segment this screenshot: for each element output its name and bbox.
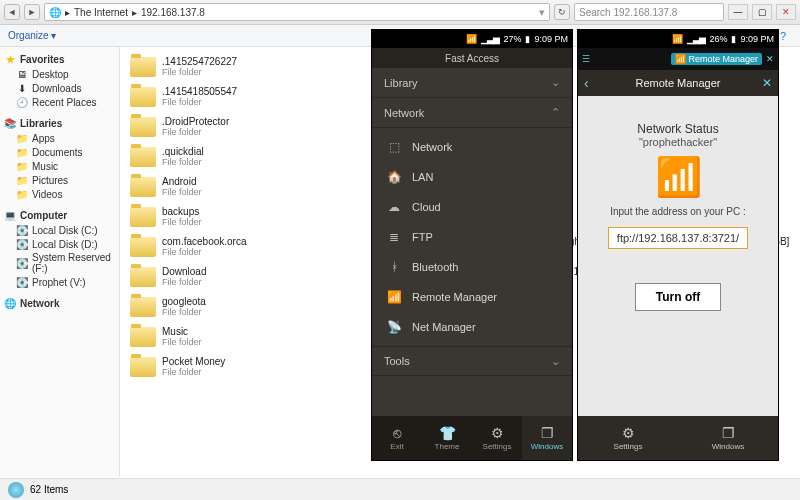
download-icon: ⬇ <box>16 82 28 94</box>
close-icon[interactable]: ✕ <box>762 76 772 90</box>
hamburger-icon[interactable]: ☰ <box>582 54 590 64</box>
sidebar-group-network[interactable]: 🌐Network <box>0 295 119 311</box>
sidebar-item-videos[interactable]: 📁Videos <box>0 187 119 201</box>
android-status-bar: 📶 ▁▃▅ 26% ▮ 9:09 PM <box>578 30 778 48</box>
network-ssid: "prophethacker" <box>637 136 718 148</box>
section-network[interactable]: Network⌃ <box>372 98 572 128</box>
file-type: File folder <box>162 128 229 137</box>
tab-remote-manager[interactable]: 📶 Remote Manager <box>671 53 762 65</box>
window-close-button[interactable]: ✕ <box>776 4 796 20</box>
folder-icon <box>130 297 156 317</box>
file-name: backups <box>162 207 202 218</box>
network-item[interactable]: ☁Cloud <box>372 192 572 222</box>
nav-exit[interactable]: ⎋Exit <box>372 416 422 460</box>
sidebar-item-recent[interactable]: 🕘Recent Places <box>0 95 119 109</box>
android-status-bar: 📶 ▁▃▅ 27% ▮ 9:09 PM <box>372 30 572 48</box>
sidebar-item-apps[interactable]: 📁Apps <box>0 131 119 145</box>
refresh-button[interactable]: ↻ <box>554 4 570 20</box>
nav-windows[interactable]: ❐Windows <box>522 416 572 460</box>
file-type: File folder <box>162 188 202 197</box>
network-item[interactable]: 📶Remote Manager <box>372 282 572 312</box>
ftp-address-box[interactable]: ftp://192.168.137.8:3721/ <box>608 227 748 249</box>
address-bar[interactable]: 🌐 ▸ The Internet ▸ 192.168.137.8 ▾ <box>44 3 550 21</box>
battery-percent: 27% <box>503 34 521 44</box>
drive-globe-icon <box>8 482 24 498</box>
sidebar-item-music[interactable]: 📁Music <box>0 159 119 173</box>
windows-icon: ❐ <box>722 425 735 441</box>
remote-manager-icon: 📶 <box>386 290 402 304</box>
sidebar-item-drive-c[interactable]: 💽Local Disk (C:) <box>0 223 119 237</box>
sidebar-item-drive-f[interactable]: 💽System Reserved (F:) <box>0 251 119 275</box>
sidebar-item-drive-v[interactable]: 💽Prophet (V:) <box>0 275 119 289</box>
folder-icon: 📁 <box>16 132 28 144</box>
folder-icon <box>130 207 156 227</box>
phone-bottom-nav: ⎋Exit👕Theme⚙Settings❐Windows <box>372 416 572 460</box>
breadcrumb-address[interactable]: 192.168.137.8 <box>141 7 205 18</box>
wifi-icon: 📶 <box>672 34 683 44</box>
nav-forward-button[interactable]: ► <box>24 4 40 20</box>
recent-icon: 🕘 <box>16 96 28 108</box>
bluetooth-icon: ᚼ <box>386 260 402 274</box>
star-icon: ★ <box>4 53 16 65</box>
chevron-up-icon: ⌃ <box>551 106 560 119</box>
file-type: File folder <box>162 278 206 287</box>
folder-icon <box>130 177 156 197</box>
file-name: Pocket Money <box>162 357 225 368</box>
sidebar-item-downloads[interactable]: ⬇Downloads <box>0 81 119 95</box>
network-item[interactable]: 📡Net Manager <box>372 312 572 342</box>
sidebar-item-desktop[interactable]: 🖥Desktop <box>0 67 119 81</box>
network-item-label: Net Manager <box>412 321 476 333</box>
nav-windows[interactable]: ❐Windows <box>678 416 778 460</box>
folder-icon: 📁 <box>16 188 28 200</box>
section-library[interactable]: Library⌄ <box>372 68 572 98</box>
window-minimize-button[interactable]: — <box>728 4 748 20</box>
browser-chrome: ◄ ► 🌐 ▸ The Internet ▸ 192.168.137.8 ▾ ↻… <box>0 0 800 25</box>
nav-back-button[interactable]: ◄ <box>4 4 20 20</box>
window-maximize-button[interactable]: ▢ <box>752 4 772 20</box>
file-type: File folder <box>162 218 202 227</box>
network-icon: 🌐 <box>4 297 16 309</box>
file-name: Download <box>162 267 206 278</box>
folder-icon <box>130 87 156 107</box>
network-item-label: FTP <box>412 231 433 243</box>
network-item[interactable]: 🏠LAN <box>372 162 572 192</box>
sidebar-group-favorites[interactable]: ★ Favorites <box>0 51 119 67</box>
sidebar-item-pictures[interactable]: 📁Pictures <box>0 173 119 187</box>
organize-menu[interactable]: Organize ▾ <box>8 30 56 41</box>
clock: 9:09 PM <box>534 34 568 44</box>
sidebar-item-documents[interactable]: 📁Documents <box>0 145 119 159</box>
sidebar-item-drive-d[interactable]: 💽Local Disk (D:) <box>0 237 119 251</box>
network-item[interactable]: ⬚Network <box>372 132 572 162</box>
file-name: Music <box>162 327 202 338</box>
search-placeholder: Search 192.168.137.8 <box>579 7 677 18</box>
close-tab-icon[interactable]: ✕ <box>766 54 774 64</box>
section-tools[interactable]: Tools⌄ <box>372 346 572 376</box>
nav-settings[interactable]: ⚙Settings <box>472 416 522 460</box>
file-type: File folder <box>162 68 237 77</box>
network-item[interactable]: ᚼBluetooth <box>372 252 572 282</box>
desktop-icon: 🖥 <box>16 68 28 80</box>
nav-settings[interactable]: ⚙Settings <box>578 416 678 460</box>
windows-icon: ❐ <box>541 425 554 441</box>
sidebar-group-libraries[interactable]: 📚Libraries <box>0 115 119 131</box>
back-icon[interactable]: ‹ <box>584 75 589 91</box>
network-item[interactable]: ≣FTP <box>372 222 572 252</box>
folder-icon <box>130 117 156 137</box>
chevron-down-icon: ⌄ <box>551 355 560 368</box>
network-icon: ⬚ <box>386 140 402 154</box>
turn-off-button[interactable]: Turn off <box>635 283 721 311</box>
screen-title-bar: ‹ Remote Manager ✕ <box>578 70 778 96</box>
remote-manager-body: Network Status "prophethacker" 📶 Input t… <box>578 96 778 396</box>
file-name: .1415254726227 <box>162 57 237 68</box>
file-type: File folder <box>162 248 247 257</box>
wifi-large-icon: 📶 <box>655 158 702 196</box>
folder-icon <box>130 327 156 347</box>
file-type: File folder <box>162 308 206 317</box>
item-count: 62 Items <box>30 484 68 495</box>
drive-icon: 💽 <box>16 257 28 269</box>
file-name: .1415418505547 <box>162 87 237 98</box>
search-input[interactable]: Search 192.168.137.8 <box>574 3 724 21</box>
sidebar-group-computer[interactable]: 💻Computer <box>0 207 119 223</box>
nav-theme[interactable]: 👕Theme <box>422 416 472 460</box>
breadcrumb-root[interactable]: The Internet <box>74 7 128 18</box>
